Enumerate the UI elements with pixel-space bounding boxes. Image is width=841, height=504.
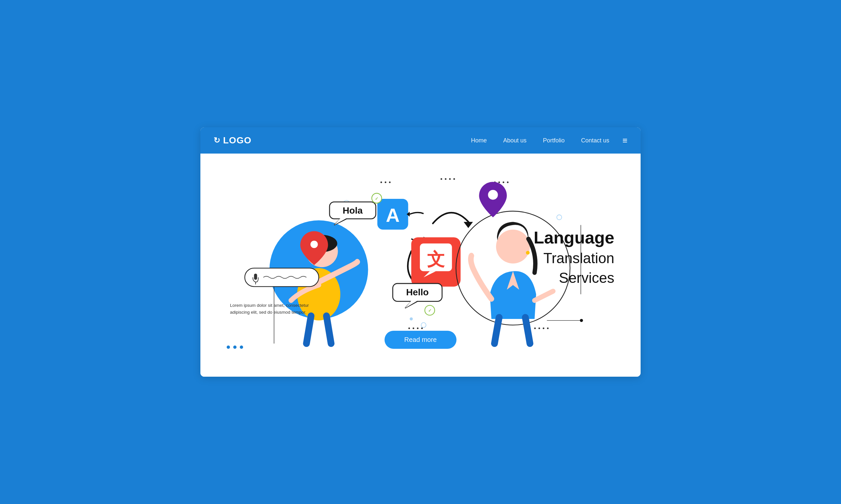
svg-marker-12 xyxy=(334,218,347,225)
nav-item-contact[interactable]: Contact us xyxy=(581,137,610,144)
svg-marker-18 xyxy=(407,212,410,217)
deco-dots-2 xyxy=(441,178,455,180)
nav-link-contact[interactable]: Contact us xyxy=(581,137,610,144)
svg-rect-22 xyxy=(411,237,461,286)
nav-item-about[interactable]: About us xyxy=(503,137,527,144)
nav-link-home[interactable]: Home xyxy=(471,137,487,144)
svg-marker-34 xyxy=(405,301,417,308)
svg-rect-14 xyxy=(377,199,408,230)
dot-1 xyxy=(227,345,230,349)
three-dots-deco xyxy=(227,345,243,349)
dot-2 xyxy=(233,345,237,349)
svg-point-29 xyxy=(526,251,530,255)
outer-frame: ↻ LOGO Home About us Portfolio Contact u… xyxy=(191,118,650,386)
title-translation: Translation xyxy=(543,250,614,266)
svg-point-2 xyxy=(410,317,413,320)
svg-text:Hello: Hello xyxy=(406,287,429,297)
title-language: Language Translation Services xyxy=(533,228,614,287)
svg-point-36 xyxy=(488,190,498,200)
svg-point-8 xyxy=(355,259,359,263)
logo-icon: ↻ xyxy=(213,136,220,145)
svg-point-39 xyxy=(580,319,583,322)
svg-point-28 xyxy=(469,253,474,257)
card: ↻ LOGO Home About us Portfolio Contact u… xyxy=(201,127,640,377)
deco-dots-4 xyxy=(408,327,423,329)
svg-point-27 xyxy=(496,230,530,264)
deco-dots-3 xyxy=(494,181,509,183)
hero-section: Hola A ✓ xyxy=(201,154,640,377)
svg-marker-33 xyxy=(405,301,417,308)
svg-rect-10 xyxy=(329,202,376,219)
svg-rect-43 xyxy=(254,274,257,280)
dot-3 xyxy=(240,345,243,349)
nav-links: Home About us Portfolio Contact us xyxy=(471,137,610,144)
svg-marker-19 xyxy=(424,237,426,241)
nav-link-about[interactable]: About us xyxy=(503,137,527,144)
hero-title: Language Translation Services xyxy=(533,228,614,287)
svg-point-9 xyxy=(310,241,318,248)
svg-text:A: A xyxy=(386,204,400,226)
read-more-button[interactable]: Read more xyxy=(385,331,457,349)
svg-point-0 xyxy=(343,200,349,207)
nav-item-home[interactable]: Home xyxy=(471,137,487,144)
hamburger-icon[interactable]: ≡ xyxy=(622,136,628,145)
svg-point-1 xyxy=(421,323,426,327)
svg-marker-24 xyxy=(424,271,436,277)
nav-link-portfolio[interactable]: Portfolio xyxy=(543,137,565,144)
deco-dots-5 xyxy=(534,327,549,329)
logo[interactable]: ↻ LOGO xyxy=(213,135,251,146)
logo-text: LOGO xyxy=(223,135,251,146)
navbar: ↻ LOGO Home About us Portfolio Contact u… xyxy=(201,127,640,154)
svg-text:Hola: Hola xyxy=(343,205,363,216)
svg-rect-23 xyxy=(420,244,452,271)
nav-item-portfolio[interactable]: Portfolio xyxy=(543,137,565,144)
svg-point-30 xyxy=(425,305,435,315)
svg-marker-21 xyxy=(414,283,420,288)
svg-point-16 xyxy=(372,193,382,203)
svg-text:✓: ✓ xyxy=(428,308,432,313)
svg-point-7 xyxy=(307,235,337,252)
body-text: Lorem ipsum dolor sit amet, consectetur … xyxy=(230,302,315,316)
svg-point-6 xyxy=(306,235,338,267)
svg-point-3 xyxy=(557,215,562,220)
deco-dots-1 xyxy=(380,181,391,183)
svg-rect-32 xyxy=(393,284,442,301)
svg-text:✓: ✓ xyxy=(375,196,378,201)
svg-marker-11 xyxy=(334,219,347,225)
body-text-area: Lorem ipsum dolor sit amet, consectetur … xyxy=(230,282,315,316)
svg-marker-20 xyxy=(464,222,473,228)
svg-text:文: 文 xyxy=(427,249,445,269)
title-services: Services xyxy=(559,270,614,286)
illustration-area: Hola A ✓ xyxy=(220,172,621,355)
